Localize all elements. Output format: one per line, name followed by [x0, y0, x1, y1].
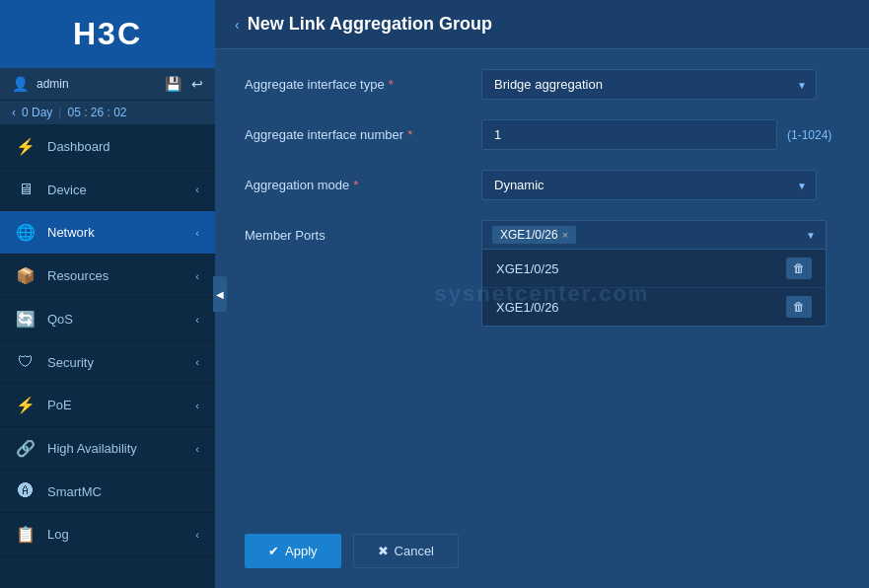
- aggregate-type-label: Aggregate interface type*: [245, 69, 462, 92]
- qos-label: QoS: [47, 312, 183, 327]
- sidebar-item-high-availability[interactable]: 🔗 High Availability ‹: [0, 427, 215, 471]
- page-title: New Link Aggregation Group: [248, 14, 492, 35]
- timer-arrow: ‹: [12, 106, 16, 119]
- sidebar-item-security[interactable]: 🛡 Security ‹: [0, 341, 215, 384]
- device-label: Device: [47, 183, 183, 197]
- device-icon: 🖥: [16, 181, 36, 198]
- cancel-x-icon: ✖: [378, 544, 389, 558]
- uptime-days: 0 Day: [22, 106, 52, 119]
- page-header: ‹ New Link Aggregation Group: [215, 0, 869, 49]
- apply-button[interactable]: ✔ Apply: [245, 534, 341, 568]
- port-list: XGE1/0/25 🗑 XGE1/0/26 🗑: [481, 250, 827, 327]
- log-icon: 📋: [16, 525, 36, 544]
- sidebar-item-resources[interactable]: 📦 Resources ‹: [0, 255, 215, 298]
- logo-area: H3C: [0, 0, 215, 68]
- back-button[interactable]: ‹: [235, 17, 240, 33]
- apply-check-icon: ✔: [268, 544, 279, 558]
- user-bar: 👤 admin 💾 ↩: [0, 68, 215, 101]
- log-arrow: ‹: [195, 529, 199, 541]
- qos-icon: 🔄: [16, 310, 36, 329]
- member-port-tag-remove[interactable]: ×: [562, 229, 568, 241]
- dashboard-label: Dashboard: [47, 139, 199, 154]
- sidebar-item-network[interactable]: 🌐 Network ‹: [0, 211, 215, 255]
- member-ports-container: XGE1/0/26 × ▼ XGE1/0/25 🗑 XGE1/0/26 🗑: [481, 220, 827, 327]
- port-list-item: XGE1/0/25 🗑: [482, 250, 826, 288]
- port-delete-button[interactable]: 🗑: [786, 296, 812, 318]
- form-area: Aggregate interface type* Bridge aggrega…: [215, 49, 869, 524]
- sidebar-item-poe[interactable]: ⚡ PoE ‹: [0, 384, 215, 427]
- sidebar-collapse-button[interactable]: ◀: [213, 276, 227, 312]
- aggregate-number-input[interactable]: [481, 119, 777, 150]
- sidebar-item-device[interactable]: 🖥 Device ‹: [0, 169, 215, 211]
- port-delete-button[interactable]: 🗑: [786, 257, 812, 279]
- resources-arrow: ‹: [195, 270, 199, 282]
- sidebar-item-qos[interactable]: 🔄 QoS ‹: [0, 298, 215, 341]
- user-actions: 💾 ↩: [165, 76, 203, 92]
- poe-icon: ⚡: [16, 396, 36, 414]
- port-name: XGE1/0/25: [496, 261, 559, 276]
- username: admin: [36, 77, 157, 91]
- aggregate-number-row: Aggregate interface number* (1-1024): [245, 119, 839, 150]
- security-icon: 🛡: [16, 353, 36, 371]
- sidebar: H3C 👤 admin 💾 ↩ ‹ 0 Day | 05 : 26 : 02 ⚡…: [0, 0, 215, 588]
- logout-icon[interactable]: ↩: [191, 76, 203, 92]
- aggregation-mode-row: Aggregation mode* DynamicStatic: [245, 170, 839, 200]
- qos-arrow: ‹: [195, 314, 199, 326]
- member-ports-control: XGE1/0/26 × ▼ XGE1/0/25 🗑 XGE1/0/26 🗑: [481, 220, 839, 327]
- poe-arrow: ‹: [195, 400, 199, 411]
- device-arrow: ‹: [195, 184, 199, 195]
- nav-menu: ⚡ Dashboard 🖥 Device ‹ 🌐 Network ‹ 📦 Res…: [0, 125, 215, 588]
- cancel-label: Cancel: [395, 544, 434, 558]
- aggregation-mode-select-wrapper: DynamicStatic: [481, 170, 817, 200]
- member-ports-input-row[interactable]: XGE1/0/26 × ▼: [481, 220, 827, 250]
- cancel-button[interactable]: ✖ Cancel: [353, 534, 459, 568]
- resources-icon: 📦: [16, 266, 36, 285]
- apply-label: Apply: [285, 544, 318, 558]
- resources-label: Resources: [47, 268, 183, 283]
- smartmc-icon: 🅐: [16, 482, 36, 500]
- network-label: Network: [47, 225, 183, 240]
- member-port-tag: XGE1/0/26 ×: [492, 226, 576, 244]
- sidebar-item-log[interactable]: 📋 Log ‹: [0, 513, 215, 556]
- network-arrow: ‹: [195, 227, 199, 239]
- aggregate-type-row: Aggregate interface type* Bridge aggrega…: [245, 69, 839, 100]
- aggregation-mode-control: DynamicStatic: [481, 170, 839, 200]
- aggregate-type-select-wrapper: Bridge aggregationRoute aggregation: [481, 69, 817, 100]
- dashboard-icon: ⚡: [16, 137, 36, 156]
- security-arrow: ‹: [195, 356, 199, 368]
- port-name: XGE1/0/26: [496, 300, 559, 315]
- port-list-item: XGE1/0/26 🗑: [482, 288, 826, 326]
- aggregate-number-label: Aggregate interface number*: [245, 119, 462, 142]
- form-actions: ✔ Apply ✖ Cancel: [215, 524, 869, 588]
- aggregate-type-control: Bridge aggregationRoute aggregation: [481, 69, 839, 100]
- aggregate-number-hint: (1-1024): [787, 128, 832, 142]
- aggregation-mode-label: Aggregation mode*: [245, 170, 462, 192]
- main-content: ‹ New Link Aggregation Group Aggregate i…: [215, 0, 869, 588]
- sidebar-item-smartmc[interactable]: 🅐 SmartMC: [0, 471, 215, 513]
- member-ports-dropdown-arrow[interactable]: ▼: [806, 230, 816, 241]
- high-availability-icon: 🔗: [16, 439, 36, 458]
- high-availability-arrow: ‹: [195, 443, 199, 455]
- log-label: Log: [47, 527, 183, 542]
- security-label: Security: [47, 355, 183, 370]
- smartmc-label: SmartMC: [47, 484, 199, 499]
- aggregate-type-select[interactable]: Bridge aggregationRoute aggregation: [481, 69, 817, 100]
- uptime-bar: ‹ 0 Day | 05 : 26 : 02: [0, 101, 215, 125]
- aggregate-number-control: (1-1024): [481, 119, 839, 150]
- high-availability-label: High Availability: [47, 441, 183, 456]
- save-icon[interactable]: 💾: [165, 76, 181, 92]
- uptime-time: 05 : 26 : 02: [67, 106, 126, 119]
- logo-text: H3C: [73, 16, 142, 52]
- sidebar-item-dashboard[interactable]: ⚡ Dashboard: [0, 125, 215, 169]
- member-ports-label: Member Ports: [245, 220, 462, 243]
- aggregation-mode-select[interactable]: DynamicStatic: [481, 170, 817, 200]
- member-port-tag-name: XGE1/0/26: [500, 228, 558, 242]
- user-icon: 👤: [12, 76, 29, 92]
- poe-label: PoE: [47, 398, 183, 412]
- network-icon: 🌐: [16, 223, 36, 242]
- member-ports-row: Member Ports XGE1/0/26 × ▼ XGE1/0/25: [245, 220, 839, 327]
